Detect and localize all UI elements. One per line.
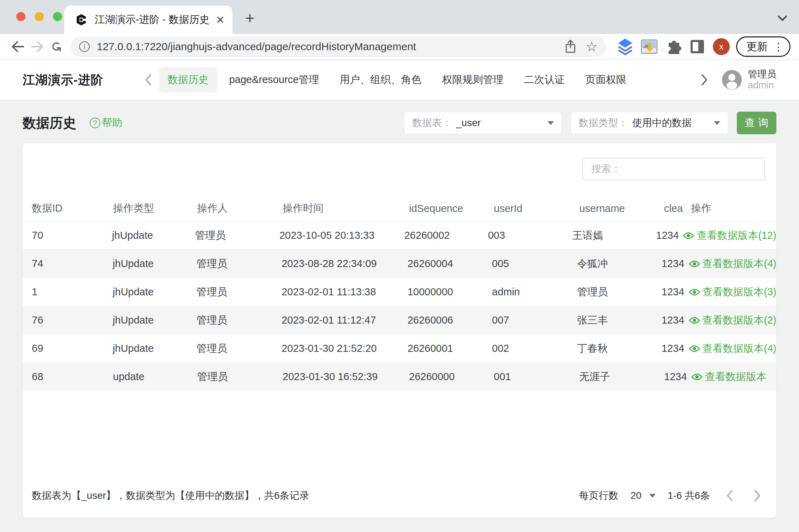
- chevron-down-icon: [714, 121, 720, 125]
- user-avatar-icon: [722, 70, 742, 90]
- nav-items: 数据历史page&resource管理用户、组织、角色权限规则管理二次认证页面权…: [159, 67, 635, 93]
- user-account: admin: [748, 80, 776, 91]
- page-header: 数据历史 ? 帮助 数据表： _user 数据类型： 使用中的数据 查询: [0, 100, 799, 134]
- nav-item-3[interactable]: 权限规则管理: [433, 67, 512, 93]
- table-row: 74 jhUpdate 管理员 2023-08-28 22:34:09 2626…: [23, 249, 776, 278]
- app-brand: 江湖演示-进阶: [23, 72, 103, 88]
- eye-icon: [688, 259, 700, 268]
- nav-item-1[interactable]: page&resource管理: [221, 67, 328, 93]
- table-row: 1 jhUpdate 管理员 2023-02-01 11:13:38 10000…: [23, 278, 776, 306]
- nav-item-0[interactable]: 数据历史: [159, 67, 217, 93]
- eye-icon: [688, 316, 700, 325]
- sidebar-extension-icon[interactable]: [687, 37, 707, 57]
- history-table: 数据ID操作类型操作人操作时间idSequenceuserIdusernamec…: [23, 196, 776, 391]
- data-card: 数据ID操作类型操作人操作时间idSequenceuserIdusernamec…: [23, 143, 776, 518]
- app-navbar: 江湖演示-进阶 数据历史page&resource管理用户、组织、角色权限规则管…: [0, 60, 799, 100]
- nav-item-4[interactable]: 二次认证: [515, 67, 573, 93]
- table-row: 76 jhUpdate 管理员 2023-02-01 11:12:47 2626…: [23, 306, 776, 334]
- query-button[interactable]: 查询: [737, 112, 776, 134]
- eye-icon: [691, 372, 703, 382]
- table-header-row: 数据ID操作类型操作人操作时间idSequenceuserIdusernamec…: [23, 196, 776, 221]
- column-header-6: username: [579, 203, 664, 214]
- column-header-4: idSequence: [409, 203, 494, 214]
- table-body: 70 jhUpdate 管理员 2023-10-05 20:13:33 2626…: [23, 221, 776, 391]
- help-icon: ?: [90, 118, 100, 128]
- tab-close-icon[interactable]: ✕: [216, 14, 225, 26]
- minimize-window-button[interactable]: [35, 12, 44, 21]
- nav-scroll-right-icon[interactable]: [700, 73, 709, 86]
- footer-summary: 数据表为【_user】，数据类型为【使用中的数据】，共6条记录: [32, 489, 309, 502]
- site-favicon-icon: [75, 13, 88, 26]
- reload-button[interactable]: ↻: [47, 37, 66, 56]
- page-main: 数据历史 ? 帮助 数据表： _user 数据类型： 使用中的数据 查询: [0, 100, 799, 532]
- nav-item-5[interactable]: 页面权限: [577, 67, 635, 93]
- view-data-version-link[interactable]: 查看数据版本(12): [682, 229, 776, 243]
- chevron-down-icon: [548, 121, 554, 125]
- chevron-down-icon: [649, 494, 656, 498]
- browser-menu-icon[interactable]: ⋮: [773, 41, 784, 53]
- search-input[interactable]: [582, 158, 765, 180]
- forward-button[interactable]: [28, 37, 47, 56]
- help-link[interactable]: ? 帮助: [90, 116, 122, 130]
- user-name: 管理员: [748, 69, 776, 80]
- pagination-range: 1-6 共6条: [668, 489, 710, 502]
- traffic-lights: [16, 12, 62, 21]
- prev-page-button[interactable]: [722, 488, 738, 503]
- next-page-button[interactable]: [750, 488, 765, 503]
- view-data-version-link[interactable]: 查看数据版本(2): [688, 313, 776, 327]
- column-header-0: 数据ID: [32, 201, 113, 215]
- nav-scroll-left-icon[interactable]: [144, 73, 153, 86]
- column-header-5: userId: [494, 203, 579, 214]
- url-bar[interactable]: i 127.0.0.1:7220/jianghujs-advanced/page…: [71, 36, 606, 57]
- new-tab-button[interactable]: +: [245, 8, 255, 28]
- table-row: 69 jhUpdate 管理员 2023-01-30 21:52:20 2626…: [23, 334, 776, 362]
- puzzle-extension-icon[interactable]: [663, 37, 683, 57]
- browser-toolbar: ↻ i 127.0.0.1:7220/jianghujs-advanced/pa…: [0, 34, 799, 60]
- table-row: 68 update 管理员 2023-01-30 16:52:39 262600…: [23, 362, 776, 391]
- view-data-version-link[interactable]: 查看数据版本(4): [688, 257, 776, 271]
- browser-tab-strip: 江湖演示-进阶 - 数据历史 ✕ +: [0, 0, 799, 34]
- column-header-8: 操作: [687, 201, 776, 215]
- tab-search-chevron-icon[interactable]: [776, 14, 789, 23]
- table-footer: 数据表为【_user】，数据类型为【使用中的数据】，共6条记录 每页行数 20 …: [23, 484, 776, 518]
- close-window-button[interactable]: [16, 12, 25, 21]
- column-header-7: clea: [664, 203, 687, 214]
- eye-icon: [682, 231, 694, 240]
- view-data-version-link[interactable]: 查看数据版本: [691, 370, 776, 384]
- column-header-1: 操作类型: [113, 201, 197, 215]
- bookmark-star-icon[interactable]: ☆: [586, 39, 598, 54]
- column-header-2: 操作人: [197, 201, 283, 215]
- layers-extension-icon[interactable]: [615, 37, 635, 57]
- tab-title: 江湖演示-进阶 - 数据历史: [95, 13, 212, 27]
- image-downloader-extension-icon[interactable]: [639, 37, 659, 57]
- back-button[interactable]: [8, 37, 28, 56]
- chrome-update-button[interactable]: 更新 ⋮: [736, 36, 791, 57]
- pagination: 每页行数 20 1-6 共6条: [579, 488, 765, 503]
- table-row: 70 jhUpdate 管理员 2023-10-05 20:13:33 2626…: [23, 221, 776, 249]
- page-title: 数据历史: [23, 114, 76, 132]
- eye-icon: [688, 344, 700, 353]
- browser-profile-avatar[interactable]: x: [713, 38, 730, 55]
- url-text[interactable]: 127.0.0.1:7220/jianghujs-advanced/page/r…: [97, 41, 555, 53]
- view-data-version-link[interactable]: 查看数据版本(3): [688, 285, 776, 299]
- browser-window: 江湖演示-进阶 - 数据历史 ✕ + ↻ i 127.0.0.1:7220/ji…: [0, 0, 799, 532]
- user-chip[interactable]: 管理员 admin: [722, 69, 776, 91]
- data-type-select[interactable]: 数据类型： 使用中的数据: [570, 112, 728, 134]
- column-header-3: 操作时间: [283, 201, 409, 215]
- rows-per-page-select[interactable]: 20: [631, 490, 656, 501]
- share-icon[interactable]: [564, 39, 577, 54]
- eye-icon: [688, 288, 700, 297]
- table-select[interactable]: 数据表： _user: [404, 112, 562, 134]
- browser-tab[interactable]: 江湖演示-进阶 - 数据历史 ✕: [64, 6, 232, 34]
- view-data-version-link[interactable]: 查看数据版本(4): [688, 342, 776, 356]
- nav-item-2[interactable]: 用户、组织、角色: [331, 67, 430, 93]
- site-info-icon[interactable]: i: [79, 41, 90, 52]
- zoom-window-button[interactable]: [53, 12, 62, 21]
